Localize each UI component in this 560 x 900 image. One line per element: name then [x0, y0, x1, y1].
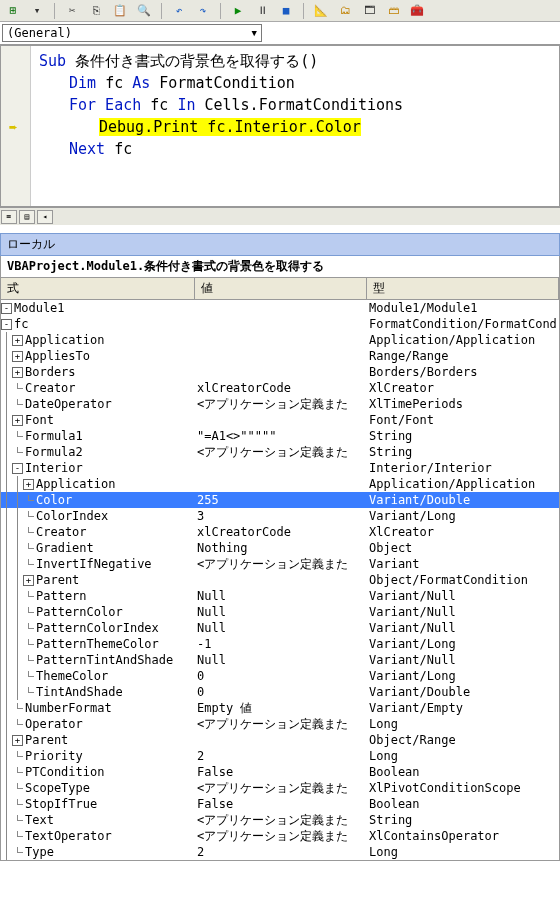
- row-value: Null: [195, 621, 367, 635]
- col-expr[interactable]: 式: [1, 278, 195, 299]
- locals-row[interactable]: PatternTintAndShadeNullVariant/Null: [1, 652, 559, 668]
- tree-leaf-icon: [23, 607, 34, 618]
- row-name: PatternThemeColor: [36, 637, 159, 651]
- expand-box-icon[interactable]: +: [23, 479, 34, 490]
- view-proc-icon[interactable]: ▤: [19, 210, 35, 224]
- pause-icon[interactable]: ⏸: [253, 2, 271, 20]
- locals-row[interactable]: - InteriorInterior/Interior: [1, 460, 559, 476]
- row-type: Variant: [367, 557, 559, 571]
- locals-row[interactable]: + ApplicationApplication/Application: [1, 332, 559, 348]
- locals-row[interactable]: Color255Variant/Double: [1, 492, 559, 508]
- locals-row[interactable]: CreatorxlCreatorCodeXlCreator: [1, 524, 559, 540]
- locals-row[interactable]: NumberFormatEmpty 値Variant/Empty: [1, 700, 559, 716]
- locals-row[interactable]: + FontFont/Font: [1, 412, 559, 428]
- expand-box-icon[interactable]: -: [1, 319, 12, 330]
- expand-box-icon[interactable]: -: [1, 303, 12, 314]
- code-pane[interactable]: ➨ Sub 条件付き書式の背景色を取得する() Dim fc As Format…: [0, 45, 560, 207]
- find-icon[interactable]: 🔍: [135, 2, 153, 20]
- expand-box-icon[interactable]: +: [12, 735, 23, 746]
- project-icon[interactable]: 🗂: [336, 2, 354, 20]
- row-type: Variant/Null: [367, 653, 559, 667]
- gutter: ➨: [1, 46, 31, 206]
- view-full-icon[interactable]: ≡: [1, 210, 17, 224]
- expand-box-icon[interactable]: +: [23, 575, 34, 586]
- tree-leaf-icon: [23, 495, 34, 506]
- tree-leaf-icon: [12, 447, 23, 458]
- locals-row[interactable]: ColorIndex3Variant/Long: [1, 508, 559, 524]
- col-type[interactable]: 型: [367, 278, 559, 299]
- var: fc: [114, 140, 132, 158]
- tree-leaf-icon: [23, 687, 34, 698]
- props-icon[interactable]: 🗔: [360, 2, 378, 20]
- locals-row[interactable]: TintAndShade0Variant/Double: [1, 684, 559, 700]
- stop-icon[interactable]: ■: [277, 2, 295, 20]
- row-value: Null: [195, 605, 367, 619]
- design-icon[interactable]: 📐: [312, 2, 330, 20]
- row-value: Nothing: [195, 541, 367, 555]
- locals-row[interactable]: Text<アプリケーション定義またString: [1, 812, 559, 828]
- undo-icon[interactable]: ↶: [170, 2, 188, 20]
- copy-icon[interactable]: ⎘: [87, 2, 105, 20]
- row-name: Gradient: [36, 541, 94, 555]
- excel-icon[interactable]: ⊞: [4, 2, 22, 20]
- locals-row[interactable]: PatternNullVariant/Null: [1, 588, 559, 604]
- h-scrollbar[interactable]: ≡ ▤ ◂: [0, 207, 560, 225]
- row-type: Long: [367, 749, 559, 763]
- expand-box-icon[interactable]: +: [12, 415, 23, 426]
- tree-leaf-icon: [23, 623, 34, 634]
- tree-leaf-icon: [12, 783, 23, 794]
- locals-row[interactable]: DateOperator<アプリケーション定義またXlTimePeriods: [1, 396, 559, 412]
- row-name: Formula1: [25, 429, 83, 443]
- dropdown-icon[interactable]: ▾: [28, 2, 46, 20]
- locals-row[interactable]: + ApplicationApplication/Application: [1, 476, 559, 492]
- expand-box-icon[interactable]: +: [12, 351, 23, 362]
- locals-row[interactable]: PTConditionFalseBoolean: [1, 764, 559, 780]
- locals-row[interactable]: Formula2<アプリケーション定義またString: [1, 444, 559, 460]
- locals-row[interactable]: - fcFormatCondition/FormatCond: [1, 316, 559, 332]
- locals-row[interactable]: Operator<アプリケーション定義またLong: [1, 716, 559, 732]
- locals-row[interactable]: PatternColorNullVariant/Null: [1, 604, 559, 620]
- locals-row[interactable]: PatternColorIndexNullVariant/Null: [1, 620, 559, 636]
- toolbar: ⊞ ▾ ✂ ⎘ 📋 🔍 ↶ ↷ ▶ ⏸ ■ 📐 🗂 🗔 🗃 🧰: [0, 0, 560, 22]
- locals-row[interactable]: - Module1Module1/Module1: [1, 300, 559, 316]
- locals-row[interactable]: ScopeType<アプリケーション定義またXlPivotConditionSc…: [1, 780, 559, 796]
- expand-box-icon[interactable]: +: [12, 367, 23, 378]
- row-value: 0: [195, 685, 367, 699]
- row-name: InvertIfNegative: [36, 557, 152, 571]
- scroll-left-icon[interactable]: ◂: [37, 210, 53, 224]
- locals-row[interactable]: + ParentObject/Range: [1, 732, 559, 748]
- locals-row[interactable]: + ParentObject/FormatCondition: [1, 572, 559, 588]
- code-area[interactable]: Sub 条件付き書式の背景色を取得する() Dim fc As FormatCo…: [31, 46, 411, 206]
- locals-row[interactable]: StopIfTrueFalseBoolean: [1, 796, 559, 812]
- run-icon[interactable]: ▶: [229, 2, 247, 20]
- toolbox-icon[interactable]: 🧰: [408, 2, 426, 20]
- row-name: DateOperator: [25, 397, 112, 411]
- locals-row[interactable]: InvertIfNegative<アプリケーション定義またVariant: [1, 556, 559, 572]
- locals-row[interactable]: TextOperator<アプリケーション定義またXlContainsOpera…: [1, 828, 559, 844]
- locals-row[interactable]: Type2Long: [1, 844, 559, 860]
- locals-grid[interactable]: - Module1Module1/Module1- fcFormatCondit…: [0, 300, 560, 861]
- general-combo[interactable]: (General) ▼: [2, 24, 262, 42]
- locals-row[interactable]: GradientNothingObject: [1, 540, 559, 556]
- col-val[interactable]: 値: [195, 278, 367, 299]
- cut-icon[interactable]: ✂: [63, 2, 81, 20]
- row-type: Variant/Long: [367, 509, 559, 523]
- locals-row[interactable]: + AppliesToRange/Range: [1, 348, 559, 364]
- expand-box-icon[interactable]: -: [12, 463, 23, 474]
- row-name: PatternTintAndShade: [36, 653, 173, 667]
- row-type: XlContainsOperator: [367, 829, 559, 843]
- expand-box-icon[interactable]: +: [12, 335, 23, 346]
- locals-row[interactable]: CreatorxlCreatorCodeXlCreator: [1, 380, 559, 396]
- browser-icon[interactable]: 🗃: [384, 2, 402, 20]
- row-type: Application/Application: [367, 333, 559, 347]
- row-name: Borders: [25, 365, 76, 379]
- redo-icon[interactable]: ↷: [194, 2, 212, 20]
- locals-row[interactable]: + BordersBorders/Borders: [1, 364, 559, 380]
- locals-row[interactable]: Formula1"=A1<>"""""String: [1, 428, 559, 444]
- paste-icon[interactable]: 📋: [111, 2, 129, 20]
- locals-row[interactable]: PatternThemeColor-1Variant/Long: [1, 636, 559, 652]
- locals-row[interactable]: ThemeColor0Variant/Long: [1, 668, 559, 684]
- row-type: FormatCondition/FormatCond: [367, 317, 559, 331]
- locals-row[interactable]: Priority2Long: [1, 748, 559, 764]
- tree-leaf-icon: [12, 815, 23, 826]
